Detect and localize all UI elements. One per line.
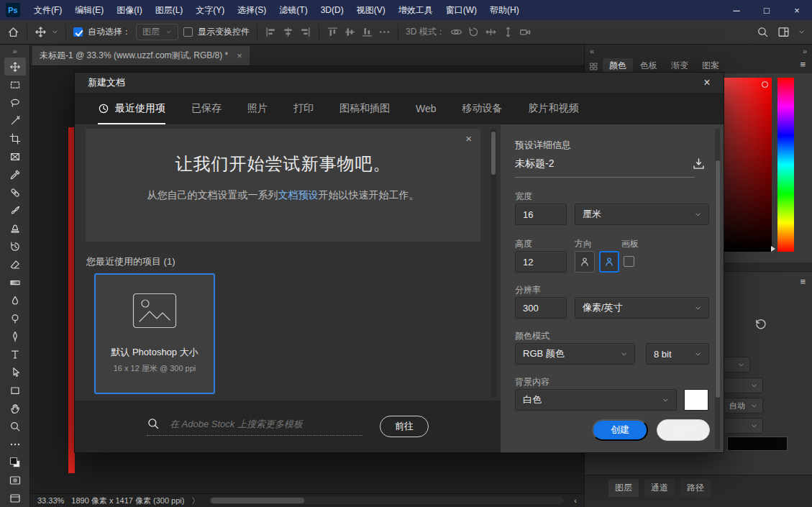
tab-layers[interactable]: 图层 <box>608 479 639 497</box>
menu-edit[interactable]: 编辑(E) <box>68 0 110 20</box>
menu-3d[interactable]: 3D(D) <box>314 0 350 20</box>
background-contents-dropdown[interactable]: 白色 <box>515 389 677 411</box>
tab-recent[interactable]: 最近使用项 <box>98 93 165 124</box>
zoom-level-field[interactable]: 33.33% <box>37 496 64 505</box>
document-name-field[interactable]: 未标题-2 <box>515 157 695 178</box>
stock-search-input[interactable] <box>170 419 351 429</box>
show-transform-checkbox[interactable] <box>183 27 193 37</box>
menu-select[interactable]: 选择(S) <box>231 0 273 20</box>
document-tab[interactable]: 未标题-1 @ 33.3% (www.uzzf.com测试, RGB/8) * … <box>32 46 250 65</box>
tool-dodge[interactable] <box>4 309 26 327</box>
tab-photo[interactable]: 照片 <box>247 93 268 124</box>
black-swatch-bar[interactable] <box>727 437 788 451</box>
tool-healing-brush[interactable] <box>4 183 26 201</box>
color-field-marker[interactable] <box>762 81 768 88</box>
artboard-checkbox[interactable] <box>624 256 634 267</box>
document-presets-link[interactable]: 文档预设 <box>278 189 319 201</box>
3d-slide-icon[interactable] <box>502 26 514 38</box>
tool-eyedropper[interactable] <box>4 165 26 183</box>
tool-path-selection[interactable] <box>4 363 26 381</box>
dialog-close-icon[interactable]: × <box>699 76 715 89</box>
3d-roll-icon[interactable] <box>467 26 480 38</box>
save-preset-icon[interactable] <box>692 157 706 170</box>
close-button[interactable]: 关闭 <box>657 419 710 441</box>
3d-pan-icon[interactable] <box>485 26 497 38</box>
menu-window[interactable]: 窗口(W) <box>439 0 483 20</box>
tab-art-illustration[interactable]: 图稿和插图 <box>339 93 390 124</box>
tool-move[interactable] <box>4 58 26 76</box>
menu-layer[interactable]: 图层(L) <box>149 0 190 20</box>
align-left-icon[interactable] <box>265 26 277 38</box>
hero-close-icon[interactable]: × <box>465 132 472 145</box>
tab-swatches[interactable]: 色板 <box>634 58 664 73</box>
tools-collapse-toggle[interactable]: » <box>0 45 29 58</box>
tab-paths[interactable]: 路径 <box>680 479 711 497</box>
menu-view[interactable]: 视图(V) <box>350 0 392 20</box>
tool-rectangular-marquee[interactable] <box>4 76 26 93</box>
align-bottom-icon[interactable] <box>361 26 373 38</box>
document-tab-close-icon[interactable]: × <box>237 50 242 61</box>
maximize-button[interactable]: □ <box>752 0 782 20</box>
tab-gradients[interactable]: 渐变 <box>665 58 695 73</box>
tab-film-video[interactable]: 胶片和视频 <box>529 93 579 124</box>
width-input[interactable]: 16 <box>515 204 567 225</box>
home-icon[interactable] <box>7 26 19 38</box>
quick-mask-button[interactable] <box>4 471 26 489</box>
tab-saved[interactable]: 已保存 <box>191 93 222 124</box>
align-center-horizontal-icon[interactable] <box>282 26 294 38</box>
align-middle-icon[interactable] <box>344 26 356 38</box>
go-button[interactable]: 前往 <box>380 416 429 437</box>
orientation-landscape-button[interactable] <box>599 251 619 273</box>
minimize-button[interactable]: ─ <box>721 0 752 20</box>
tab-color[interactable]: 颜色 <box>603 58 633 73</box>
hue-slider-marker[interactable] <box>771 246 775 252</box>
more-align-options-icon[interactable] <box>378 26 391 38</box>
screen-mode-button[interactable] <box>4 489 26 507</box>
color-mode-dropdown[interactable]: RGB 颜色 <box>515 343 635 365</box>
dock-expand-icon[interactable]: » <box>803 47 807 55</box>
3d-camera-icon[interactable] <box>519 26 532 38</box>
chevron-down-icon[interactable] <box>52 29 58 35</box>
tool-lasso[interactable] <box>4 93 26 111</box>
tool-frame[interactable] <box>4 147 26 165</box>
move-tool-preset-icon[interactable] <box>35 26 47 38</box>
tool-gradient[interactable] <box>4 273 26 291</box>
menu-type[interactable]: 文字(Y) <box>189 0 231 20</box>
recent-preset-card[interactable]: 默认 Photoshop 大小 16 x 12 厘米 @ 300 ppi <box>94 273 215 394</box>
background-color-swatch[interactable] <box>684 389 708 411</box>
preset-scrollbar-thumb[interactable] <box>716 160 720 398</box>
tab-mobile[interactable]: 移动设备 <box>462 93 503 124</box>
tab-channels[interactable]: 通道 <box>644 479 675 497</box>
preset-scrollbar[interactable] <box>715 129 720 449</box>
menu-filter[interactable]: 滤镜(T) <box>273 0 314 20</box>
menu-image[interactable]: 图像(I) <box>110 0 148 20</box>
panel-menu-icon[interactable]: ≡ <box>800 276 806 287</box>
tool-clone-stamp[interactable] <box>4 219 26 237</box>
orientation-portrait-button[interactable] <box>575 251 595 273</box>
tab-web[interactable]: Web <box>416 93 437 124</box>
hue-slider[interactable] <box>777 78 794 252</box>
tool-hand[interactable] <box>4 399 26 417</box>
chevron-down-icon[interactable] <box>798 29 805 35</box>
dock-collapse-icon[interactable]: « <box>590 47 594 55</box>
tool-type[interactable] <box>4 345 26 363</box>
tool-rectangle-shape[interactable] <box>4 381 26 399</box>
resolution-input[interactable]: 300 <box>515 297 567 319</box>
tool-crop[interactable] <box>4 129 26 147</box>
stock-search-field[interactable] <box>147 417 362 436</box>
panel-menu-icon[interactable]: ≡ <box>800 59 806 70</box>
tool-eraser[interactable] <box>4 255 26 273</box>
tool-zoom[interactable] <box>4 417 26 435</box>
close-window-button[interactable]: × <box>782 0 812 20</box>
workspace-switcher-icon[interactable] <box>777 26 790 38</box>
tool-history-brush[interactable] <box>4 237 26 255</box>
tool-pen[interactable] <box>4 327 26 345</box>
menu-plugins[interactable]: 增效工具 <box>392 0 439 20</box>
bit-depth-dropdown[interactable]: 8 bit <box>646 343 709 365</box>
panel-grid-icon[interactable] <box>589 62 598 71</box>
tab-patterns[interactable]: 图案 <box>695 58 726 73</box>
status-chevron-right[interactable]: 〉 <box>191 495 199 506</box>
tool-brush[interactable] <box>4 201 26 219</box>
edit-toolbar-button[interactable] <box>4 435 26 453</box>
tool-blur[interactable] <box>4 291 26 309</box>
